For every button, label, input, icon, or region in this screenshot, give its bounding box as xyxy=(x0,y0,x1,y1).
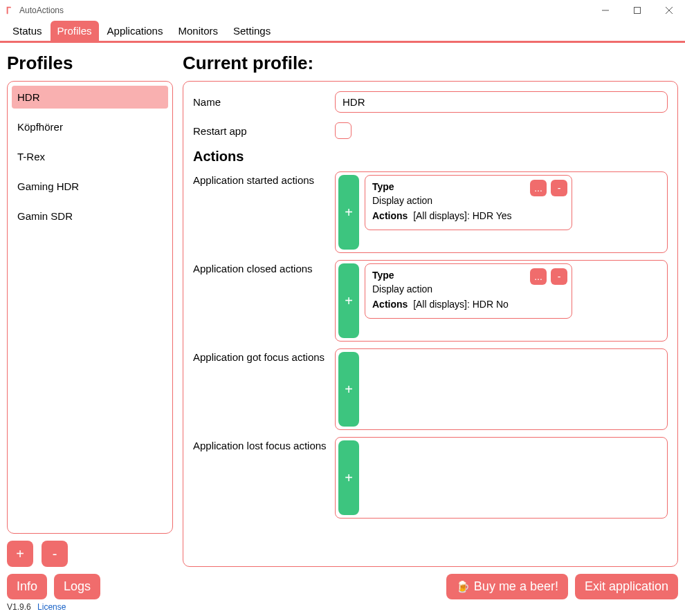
profile-item-trex[interactable]: T-Rex xyxy=(12,145,168,168)
remove-action-button[interactable]: - xyxy=(551,268,567,285)
group-label-focus: Application got focus actions xyxy=(193,348,335,430)
edit-action-button[interactable]: ... xyxy=(530,268,547,285)
card-actions-value: [All displays]: HDR Yes xyxy=(413,210,511,221)
footer: Info Logs 🍺 Buy me a beer! Exit applicat… xyxy=(0,570,685,601)
beer-label: Buy me a beer! xyxy=(474,579,558,594)
tab-settings[interactable]: Settings xyxy=(226,21,277,41)
actions-container-closed: + ... - Type Display action Actions [All… xyxy=(335,260,668,342)
logs-button[interactable]: Logs xyxy=(54,574,100,599)
current-profile-heading: Current profile: xyxy=(183,53,678,74)
version-text: V1.9.6 xyxy=(7,602,31,612)
actions-heading: Actions xyxy=(193,149,668,165)
remove-action-button[interactable]: - xyxy=(551,180,567,196)
card-type-value: Display action xyxy=(372,283,432,295)
tab-strip: Status Profiles Applications Monitors Se… xyxy=(0,21,685,43)
profiles-heading: Profiles xyxy=(7,53,173,74)
actions-container-started: + ... - Type Display action Actions [All… xyxy=(335,171,668,253)
info-button[interactable]: Info xyxy=(7,574,47,599)
card-type-label: Type xyxy=(372,270,394,281)
add-action-lostfocus-button[interactable]: + xyxy=(338,440,359,515)
profile-item-gaming-hdr[interactable]: Gaming HDR xyxy=(12,175,168,198)
buy-me-a-beer-button[interactable]: 🍺 Buy me a beer! xyxy=(446,574,568,599)
add-profile-button[interactable]: + xyxy=(7,541,33,567)
card-actions-label: Actions xyxy=(372,299,408,310)
window-title: AutoActions xyxy=(19,6,64,15)
main-content: Profiles HDR Köpfhörer T-Rex Gaming HDR … xyxy=(0,43,685,570)
card-type-value: Display action xyxy=(372,195,432,206)
group-label-closed: Application closed actions xyxy=(193,260,335,342)
restart-label: Restart app xyxy=(193,125,335,137)
version-row: V1.9.6 License xyxy=(0,601,685,616)
remove-profile-button[interactable]: - xyxy=(42,541,68,567)
profile-list: HDR Köpfhörer T-Rex Gaming HDR Gamin SDR xyxy=(7,81,173,534)
window-minimize-button[interactable] xyxy=(590,0,621,21)
profile-item-hdr[interactable]: HDR xyxy=(12,86,168,109)
add-action-closed-button[interactable]: + xyxy=(338,263,359,338)
profile-item-gaming-sdr[interactable]: Gamin SDR xyxy=(12,205,168,227)
card-actions-value: [All displays]: HDR No xyxy=(413,299,509,310)
exit-application-button[interactable]: Exit application xyxy=(575,574,678,599)
edit-action-button[interactable]: ... xyxy=(530,180,547,196)
window-maximize-button[interactable] xyxy=(621,0,653,21)
current-profile-panel: Name Restart app Actions Application sta… xyxy=(183,81,678,567)
add-action-focus-button[interactable]: + xyxy=(338,352,359,427)
profile-name-input[interactable] xyxy=(335,91,668,113)
add-action-started-button[interactable]: + xyxy=(338,175,359,250)
current-profile-column: Current profile: Name Restart app Action… xyxy=(183,50,678,567)
group-label-lostfocus: Application lost focus actions xyxy=(193,437,335,519)
tab-profiles[interactable]: Profiles xyxy=(51,21,99,41)
action-card-started-0: ... - Type Display action Actions [All d… xyxy=(365,175,572,230)
titlebar: AutoActions xyxy=(0,0,685,21)
svg-rect-1 xyxy=(634,8,641,14)
beer-icon: 🍺 xyxy=(456,580,470,593)
restart-app-checkbox[interactable] xyxy=(335,122,351,139)
license-link[interactable]: License xyxy=(37,602,66,612)
tab-applications[interactable]: Applications xyxy=(100,21,170,41)
tab-status[interactable]: Status xyxy=(6,21,49,41)
profiles-column: Profiles HDR Köpfhörer T-Rex Gaming HDR … xyxy=(7,50,173,567)
card-type-label: Type xyxy=(372,181,394,192)
action-card-closed-0: ... - Type Display action Actions [All d… xyxy=(365,263,572,319)
profile-item-kopfhorer[interactable]: Köpfhörer xyxy=(12,115,168,138)
app-logo-icon xyxy=(6,6,15,15)
actions-container-lostfocus: + xyxy=(335,437,668,519)
window-close-button[interactable] xyxy=(653,0,685,21)
card-actions-label: Actions xyxy=(372,210,408,221)
group-label-started: Application started actions xyxy=(193,171,335,253)
actions-container-focus: + xyxy=(335,348,668,430)
tab-monitors[interactable]: Monitors xyxy=(171,21,225,41)
name-label: Name xyxy=(193,96,335,108)
